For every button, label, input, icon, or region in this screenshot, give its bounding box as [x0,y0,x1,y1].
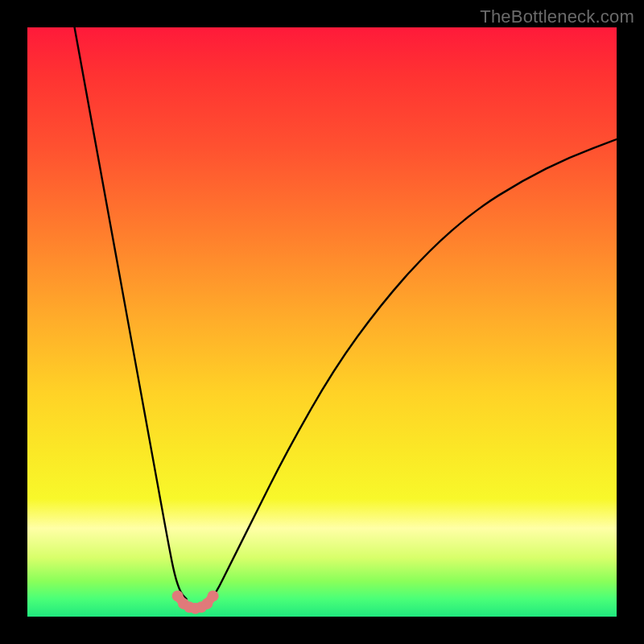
marker-dot [208,590,219,601]
bottom-markers [172,590,219,613]
curve-layer [27,27,617,617]
curve-right-branch [210,139,617,599]
plot-area [27,27,617,617]
chart-frame: TheBottleneck.com [0,0,644,644]
attribution-label: TheBottleneck.com [480,6,634,27]
curve-left-branch [75,27,187,599]
